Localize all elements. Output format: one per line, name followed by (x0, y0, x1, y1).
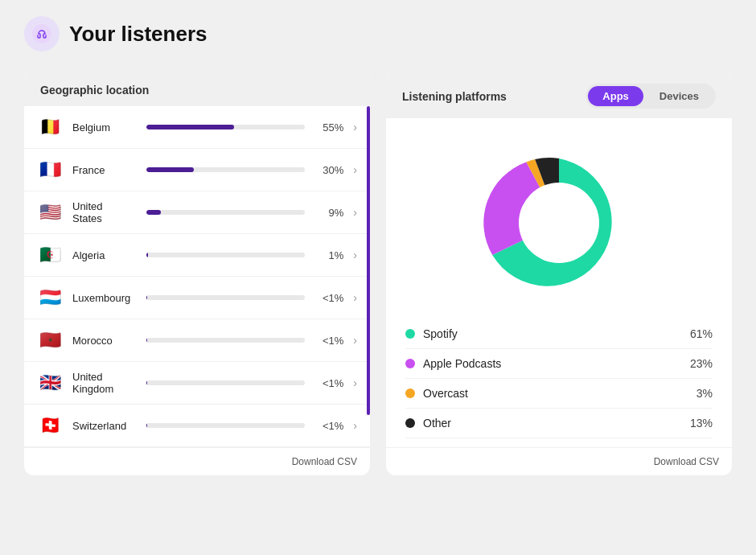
country-pct: 55% (314, 121, 343, 134)
platform-label: Listening platforms (402, 90, 507, 103)
geo-row[interactable]: 🇫🇷France30%› (24, 149, 370, 191)
chevron-right-icon: › (353, 206, 357, 219)
chevron-right-icon: › (353, 376, 357, 389)
country-pct: <1% (314, 420, 343, 432)
country-pct: <1% (314, 377, 343, 389)
svg-point-0 (32, 24, 51, 43)
country-flag: 🇱🇺 (37, 285, 63, 310)
devices-toggle[interactable]: Devices (645, 86, 713, 106)
toggle-group: Apps Devices (585, 84, 716, 109)
geo-row[interactable]: 🇨🇭Switzerland<1%› (24, 405, 370, 447)
legend-list: Spotify61%Apple Podcasts23%Overcast3%Oth… (386, 319, 732, 447)
legend-name: Apple Podcasts (423, 357, 682, 370)
page-header: Your listeners (24, 16, 732, 51)
headphones-icon (24, 16, 60, 51)
country-bar (146, 253, 305, 257)
country-flag: 🇫🇷 (37, 157, 63, 183)
geo-row[interactable]: 🇧🇪Belgium55%› (24, 106, 370, 149)
country-name: Morocco (72, 335, 137, 347)
geo-row[interactable]: 🇱🇺Luxembourg<1%› (24, 277, 370, 319)
geo-panel: Geographic location 🇧🇪Belgium55%›🇫🇷Franc… (24, 71, 370, 475)
country-flag: 🇧🇪 (37, 114, 63, 140)
country-pct: <1% (314, 292, 343, 304)
country-name: United States (72, 200, 137, 224)
geo-row[interactable]: 🇲🇦Morocco<1%› (24, 319, 370, 362)
geo-panel-header: Geographic location (24, 71, 370, 106)
country-bar-fill (146, 125, 234, 130)
country-bar (146, 125, 305, 130)
donut-chart (479, 142, 639, 303)
chevron-right-icon: › (353, 334, 357, 347)
country-flag: 🇲🇦 (37, 327, 63, 353)
country-bar (146, 338, 305, 343)
country-flag: 🇨🇭 (37, 413, 63, 438)
country-bar-fill (146, 423, 147, 428)
scroll-indicator (367, 106, 370, 415)
country-pct: 1% (314, 249, 343, 261)
country-flag: 🇩🇿 (37, 242, 63, 268)
legend-name: Spotify (423, 327, 682, 340)
legend-dot (405, 359, 415, 368)
country-name: Algeria (72, 249, 137, 261)
country-bar (146, 380, 305, 385)
country-bar (146, 167, 305, 172)
page-title: Your listeners (69, 22, 207, 47)
country-bar-fill (146, 253, 148, 257)
legend-pct: 23% (690, 357, 713, 370)
main-container: Your listeners Geographic location 🇧🇪Bel… (0, 0, 756, 555)
country-name: Switzerland (72, 420, 137, 432)
country-pct: 30% (314, 164, 343, 176)
chevron-right-icon: › (353, 419, 357, 432)
country-bar-fill (146, 210, 161, 215)
country-flag: 🇺🇸 (37, 199, 63, 225)
legend-name: Overcast (423, 387, 688, 400)
donut-wrapper (386, 118, 732, 319)
country-bar-fill (146, 338, 147, 343)
country-name: France (72, 164, 137, 176)
legend-pct: 61% (690, 327, 713, 340)
country-name: Luxembourg (72, 292, 137, 304)
geo-list: 🇧🇪Belgium55%›🇫🇷France30%›🇺🇸United States… (24, 106, 370, 447)
legend-row: Apple Podcasts23% (405, 349, 713, 379)
chevron-right-icon: › (353, 121, 357, 134)
legend-row: Other13% (405, 409, 713, 438)
country-pct: <1% (314, 335, 343, 347)
platform-panel: Listening platforms Apps Devices (386, 71, 732, 475)
country-name: Belgium (72, 121, 137, 134)
legend-row: Overcast3% (405, 379, 713, 409)
country-bar (146, 423, 305, 428)
legend-dot (405, 329, 415, 339)
chevron-right-icon: › (353, 291, 357, 304)
legend-name: Other (423, 417, 682, 430)
apps-toggle[interactable]: Apps (588, 86, 643, 106)
donut-hole (519, 183, 599, 263)
legend-row: Spotify61% (405, 319, 713, 349)
country-bar-fill (146, 380, 147, 385)
panels: Geographic location 🇧🇪Belgium55%›🇫🇷Franc… (24, 71, 732, 475)
geo-label: Geographic location (40, 84, 149, 97)
chevron-right-icon: › (353, 249, 357, 261)
geo-row[interactable]: 🇩🇿Algeria1%› (24, 234, 370, 277)
country-flag: 🇬🇧 (37, 370, 63, 396)
platform-panel-header: Listening platforms Apps Devices (386, 71, 732, 118)
legend-pct: 13% (690, 417, 713, 430)
geo-row[interactable]: 🇬🇧United Kingdom<1%› (24, 362, 370, 405)
legend-dot (405, 418, 415, 428)
platform-download-csv[interactable]: Download CSV (386, 447, 732, 475)
legend-dot (405, 388, 415, 398)
geo-row[interactable]: 🇺🇸United States9%› (24, 191, 370, 234)
geo-download-csv[interactable]: Download CSV (24, 447, 370, 475)
chevron-right-icon: › (353, 163, 357, 176)
legend-pct: 3% (696, 387, 713, 400)
country-bar-fill (146, 167, 194, 172)
country-bar (146, 295, 305, 300)
country-bar (146, 210, 305, 215)
country-name: United Kingdom (72, 371, 137, 395)
country-bar-fill (146, 295, 147, 300)
country-pct: 9% (314, 207, 343, 219)
